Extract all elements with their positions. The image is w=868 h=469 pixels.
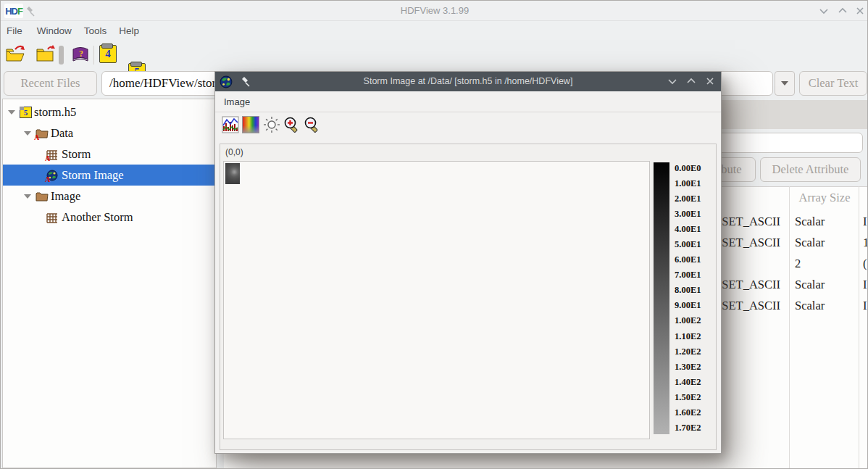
expander-icon[interactable] — [24, 131, 31, 136]
delete-attribute-button[interactable]: Delete Attribute — [760, 157, 861, 182]
colorbar-tick: 6.00E1 — [675, 254, 715, 265]
colorbar-tick: 8.00E1 — [675, 285, 715, 295]
table-cell-value: 1 — [863, 232, 868, 253]
colorbar-tick: 5.00E1 — [675, 239, 715, 249]
hdfview-main-window: HDFView 3.1.99 HDF File Window Tools Hel… — [0, 0, 868, 469]
help-book-icon[interactable]: ? — [70, 45, 91, 64]
table-cell-value: ( — [863, 253, 868, 274]
zoom-in-icon[interactable] — [283, 116, 301, 133]
expander-icon[interactable] — [8, 110, 15, 115]
colorbar-tick: 4.00E1 — [675, 224, 715, 234]
table-cell-value: I — [863, 295, 868, 316]
dialog-menubar: Image — [215, 91, 721, 112]
column-header-array-size[interactable]: Array Size — [790, 186, 859, 209]
colorbar-tick: 1.10E2 — [675, 331, 715, 341]
recent-files-button[interactable]: Recent Files — [4, 71, 97, 96]
pixel-coordinate-readout: (0,0) — [225, 147, 243, 157]
folder-icon — [36, 191, 49, 202]
close-icon[interactable] — [704, 75, 716, 87]
tree-item-image-group[interactable]: Image — [3, 186, 216, 207]
hdf4-file-icon[interactable]: 4 — [99, 45, 117, 63]
minimize-chevron-icon[interactable] — [818, 5, 830, 17]
brightness-icon[interactable] — [263, 116, 280, 133]
table-cell-array-size: Scalar — [795, 211, 856, 232]
colorbar-tick: 1.50E2 — [675, 392, 715, 402]
table-column-divider — [789, 186, 790, 468]
zoom-out-icon[interactable] — [304, 116, 321, 133]
table-cell-value: I — [863, 211, 868, 232]
new-folder-icon[interactable] — [36, 45, 56, 64]
dataset-grid-icon: A — [46, 149, 59, 160]
table-column-divider — [859, 186, 859, 468]
menu-image[interactable]: Image — [224, 96, 250, 107]
tree-item-storm[interactable]: A Storm — [3, 144, 216, 165]
tree-item-another-storm[interactable]: Another Storm — [3, 207, 216, 228]
maximize-chevron-icon[interactable] — [685, 75, 697, 87]
table-cell-array-size: Scalar — [795, 274, 856, 295]
chart-icon[interactable] — [222, 116, 239, 133]
menu-window[interactable]: Window — [37, 25, 72, 36]
colorbar-scale-labels: 0.00E0 1.00E1 2.00E1 3.00E1 4.00E1 5.00E… — [675, 163, 715, 433]
menu-file[interactable]: File — [7, 25, 22, 36]
colorbar-tick: 1.20E2 — [675, 346, 715, 357]
table-cell-array-size: Scalar — [795, 232, 856, 253]
main-menubar: File Window Tools Help — [1, 21, 868, 40]
tree-item-data-group[interactable]: A Data — [3, 123, 216, 144]
pin-icon — [25, 6, 36, 17]
colorbar-tick: 0.00E0 — [675, 163, 715, 173]
close-icon[interactable] — [854, 5, 866, 17]
colorbar-tick: 2.00E1 — [675, 194, 715, 204]
path-dropdown-button[interactable] — [775, 71, 795, 96]
svg-text:?: ? — [79, 49, 83, 59]
tree-item-storm-image[interactable]: A Storm Image — [3, 165, 216, 186]
image-view-panel: (0,0) 0.00E0 1.00E1 2.00E1 3.00E1 4.00E1… — [220, 144, 717, 450]
maximize-chevron-icon[interactable] — [837, 5, 848, 17]
tree-item-storm-h5[interactable]: 5 storm.h5 — [3, 101, 216, 123]
open-file-icon[interactable] — [5, 45, 27, 64]
expander-icon[interactable] — [24, 194, 31, 199]
table-cell-array-size: 2 — [795, 253, 856, 274]
colorbar-tick: 1.00E1 — [675, 178, 715, 188]
storm-image-thumbnail[interactable] — [225, 163, 240, 184]
colorbar-tick: 1.70E2 — [675, 423, 715, 433]
image-canvas[interactable] — [223, 161, 650, 439]
dialog-title: Storm Image at /Data/ [storm.h5 in /home… — [215, 72, 721, 91]
colorbar-tick: 1.30E2 — [675, 362, 715, 372]
file-tree-panel: 5 storm.h5 A Data A Storm — [2, 99, 217, 468]
toolbar-separator — [59, 46, 64, 65]
hdf-logo-icon: HDF — [4, 4, 23, 18]
minimize-chevron-icon[interactable] — [667, 75, 678, 87]
folder-icon: A — [36, 128, 49, 139]
hdf5-file-icon: 5 — [20, 107, 32, 118]
table-cell-array-size: Scalar — [795, 295, 856, 316]
table-cell-value: I — [863, 274, 868, 295]
colorbar-tick: 3.00E1 — [675, 209, 715, 219]
image-globe-icon: A — [46, 170, 59, 181]
clear-text-button[interactable]: Clear Text — [799, 71, 867, 96]
grayscale-colorbar — [654, 162, 669, 434]
main-window-title: HDFView 3.1.99 — [1, 1, 868, 21]
menu-tools[interactable]: Tools — [84, 25, 107, 36]
chevron-down-icon — [781, 81, 788, 86]
colorbar-tick: 1.00E2 — [675, 315, 715, 325]
colorbar-tick: 9.00E1 — [675, 300, 715, 310]
toolbar-separator-thin — [93, 46, 94, 65]
colorbar-tick: 1.40E2 — [675, 377, 715, 387]
colorbar-tick: 7.00E1 — [675, 270, 715, 280]
colorbar-tick: 1.60E2 — [675, 407, 715, 418]
palette-icon[interactable] — [242, 116, 259, 133]
storm-image-dialog: Storm Image at /Data/ [storm.h5 in /home… — [214, 71, 722, 454]
menu-help[interactable]: Help — [119, 25, 139, 36]
dataset-grid-icon — [46, 212, 59, 223]
